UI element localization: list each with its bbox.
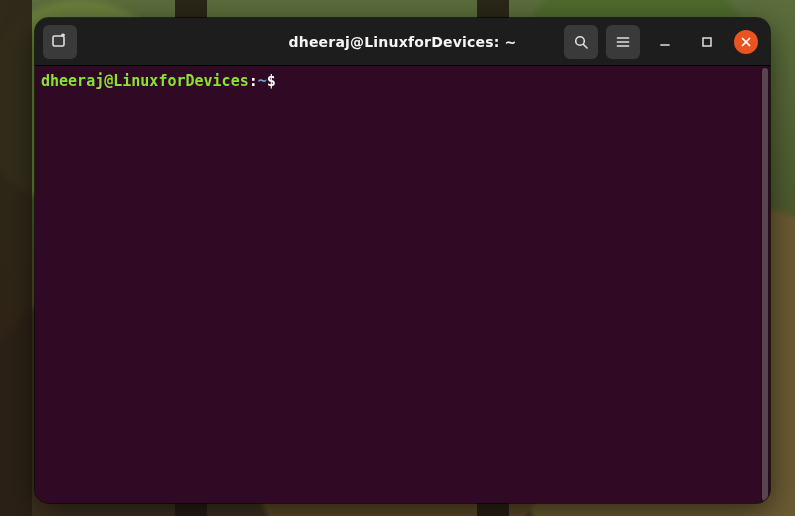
svg-line-4 [583, 44, 587, 48]
svg-rect-0 [53, 36, 64, 46]
terminal-content[interactable]: dheeraj@LinuxforDevices:~$ [35, 66, 760, 503]
maximize-icon [700, 35, 714, 49]
hamburger-icon [615, 34, 631, 50]
desktop-wallpaper: dheeraj@LinuxforDevices: ~ [0, 0, 795, 516]
prompt-user-host: dheeraj@LinuxforDevices [41, 72, 249, 90]
new-tab-button[interactable] [43, 25, 77, 59]
scrollbar-thumb[interactable] [762, 68, 768, 501]
svg-rect-9 [703, 38, 711, 46]
minimize-button[interactable] [648, 25, 682, 59]
close-button[interactable] [734, 30, 758, 54]
new-tab-icon [51, 33, 69, 51]
titlebar[interactable]: dheeraj@LinuxforDevices: ~ [35, 18, 770, 66]
menu-button[interactable] [606, 25, 640, 59]
terminal-body[interactable]: dheeraj@LinuxforDevices:~$ [35, 66, 770, 503]
search-icon [573, 34, 589, 50]
search-button[interactable] [564, 25, 598, 59]
prompt-path: ~ [258, 72, 267, 90]
scrollbar[interactable] [760, 66, 770, 503]
prompt-colon: : [249, 72, 258, 90]
minimize-icon [658, 35, 672, 49]
maximize-button[interactable] [690, 25, 724, 59]
prompt-symbol: $ [267, 72, 276, 90]
close-icon [740, 36, 752, 48]
terminal-window: dheeraj@LinuxforDevices: ~ [35, 18, 770, 503]
